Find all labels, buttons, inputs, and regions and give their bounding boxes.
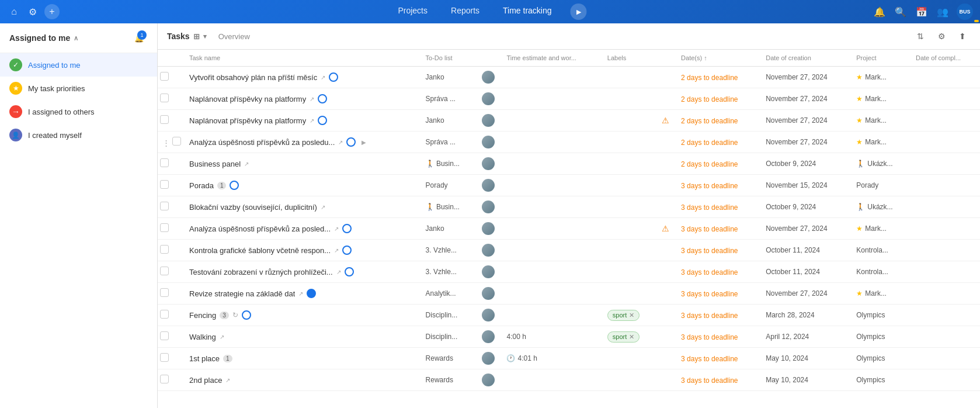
label-remove-icon[interactable]: ✕	[629, 312, 634, 319]
play-task-icon[interactable]: ▶	[359, 137, 369, 147]
table-body: Vytvořit obsahový plán na příští měsíc↗ …	[158, 67, 980, 391]
status-circle[interactable]	[345, 267, 354, 276]
external-link-icon[interactable]: ↗	[244, 161, 249, 167]
external-link-icon[interactable]: ↗	[225, 377, 230, 383]
external-link-icon[interactable]: ↗	[310, 96, 314, 102]
col-project[interactable]: Project	[850, 50, 910, 67]
status-circle[interactable]	[342, 246, 352, 255]
task-checkbox[interactable]	[160, 375, 169, 383]
time-estimate-cell: 4:00 h	[501, 326, 601, 348]
project-cell: ★Mark...	[850, 67, 910, 88]
status-circle[interactable]	[318, 94, 327, 103]
external-link-icon[interactable]: ↗	[298, 291, 303, 297]
task-checkbox[interactable]	[160, 72, 169, 81]
nav-projects[interactable]: Projects	[393, 4, 432, 20]
task-name-cell: Porada1	[189, 181, 376, 190]
add-icon[interactable]: +	[44, 4, 60, 19]
overview-tab[interactable]: Overview	[214, 30, 255, 43]
table-row: ⋮ Analýza úspěšnosti příspěvků za posled…	[158, 132, 980, 153]
table-row: Vytvořit obsahový plán na příští měsíc↗ …	[158, 67, 980, 88]
task-checkbox[interactable]	[160, 331, 169, 340]
task-checkbox[interactable]	[160, 245, 169, 254]
deadline-cell: 3 days to deadline	[675, 283, 760, 305]
col-todo[interactable]: To-Do list	[420, 50, 477, 67]
status-circle[interactable]	[342, 224, 352, 233]
task-checkbox[interactable]	[160, 115, 169, 124]
external-link-icon[interactable]: ↗	[321, 204, 325, 210]
sidebar-item-label: Assigned to me	[28, 61, 81, 70]
more-options-icon[interactable]: ⋮	[160, 139, 172, 147]
label-remove-icon[interactable]: ✕	[629, 333, 634, 341]
todo-cell: 🚶 Busin...	[420, 153, 477, 175]
external-link-icon[interactable]: ↗	[336, 269, 341, 275]
task-checkbox[interactable]	[160, 158, 169, 167]
sidebar-bell-wrap[interactable]: 🔔 1	[130, 29, 148, 47]
col-time-estimate[interactable]: Time estimate and wor...	[501, 50, 601, 67]
external-link-icon[interactable]: ↗	[321, 74, 325, 81]
notification-bell-icon[interactable]: 🔔	[873, 5, 887, 19]
status-circle[interactable]	[346, 137, 356, 147]
refresh-icon[interactable]: ↻	[232, 311, 238, 319]
task-checkbox[interactable]	[160, 310, 169, 319]
todo-cell: Analytik...	[420, 283, 477, 305]
task-checkbox[interactable]	[172, 137, 181, 146]
task-checkbox[interactable]	[160, 94, 169, 102]
users-icon[interactable]: 👥	[936, 5, 950, 19]
col-labels[interactable]: Labels	[602, 50, 656, 67]
sidebar-chevron-icon[interactable]: ∧	[74, 34, 78, 42]
play-button[interactable]: ▶	[571, 4, 587, 20]
col-date-creation[interactable]: Date of creation	[760, 50, 850, 67]
deadline-cell: 3 days to deadline	[675, 326, 760, 348]
checkbox-td	[158, 369, 183, 391]
checkbox-td	[158, 153, 183, 175]
sort-icon[interactable]: ⇅	[912, 28, 929, 44]
external-link-icon[interactable]: ↗	[220, 334, 224, 340]
external-link-icon[interactable]: ↗	[338, 139, 343, 146]
task-checkbox[interactable]	[160, 180, 169, 189]
grid-view-icon[interactable]: ⊞	[193, 32, 200, 41]
task-checkbox[interactable]	[160, 267, 169, 275]
sidebar-item-my-task-priorities[interactable]: ★ My task priorities	[0, 77, 157, 100]
task-checkbox[interactable]	[160, 202, 169, 210]
sidebar-item-i-created-myself[interactable]: 👤 I created myself	[0, 123, 157, 147]
search-icon[interactable]: 🔍	[894, 5, 908, 19]
sidebar-item-assigned-to-me[interactable]: ✓ Assigned to me	[0, 53, 157, 77]
settings-icon[interactable]: ⚙	[26, 5, 40, 19]
checkbox-td	[158, 67, 183, 88]
status-circle[interactable]	[307, 289, 316, 298]
status-circle[interactable]	[230, 181, 239, 190]
status-circle[interactable]	[329, 72, 338, 82]
user-avatar[interactable]: BUS	[957, 4, 973, 20]
todo-cell: Disciplin...	[420, 305, 477, 326]
assignee-cell	[476, 305, 501, 326]
notification-bell-wrap: 🔔	[873, 5, 887, 19]
checkbox-td	[158, 348, 183, 369]
col-task-name[interactable]: Task name	[183, 50, 420, 67]
sidebar-item-i-assigned-to-others[interactable]: → I assigned to others	[0, 100, 157, 123]
task-checkbox[interactable]	[160, 353, 169, 362]
nav-reports[interactable]: Reports	[446, 4, 484, 20]
export-icon[interactable]: ⬆	[954, 28, 971, 44]
external-link-icon[interactable]: ↗	[310, 117, 314, 124]
external-link-icon[interactable]: ↗	[334, 226, 339, 232]
task-name-cell: Revize strategie na základě dat↗	[189, 289, 376, 298]
task-checkbox[interactable]	[160, 288, 169, 297]
calendar-icon[interactable]: 📅	[915, 5, 929, 19]
home-icon[interactable]: ⌂	[7, 5, 21, 19]
nav-time-tracking[interactable]: Time tracking	[498, 4, 557, 20]
warning-cell	[656, 283, 675, 305]
task-name-text: Walking	[189, 333, 216, 341]
task-checkbox[interactable]	[160, 223, 169, 232]
status-circle[interactable]	[242, 310, 251, 320]
nav-center: Projects Reports Time tracking ▶	[393, 4, 586, 20]
task-badge: 1	[217, 182, 227, 189]
col-date-completion[interactable]: Date of compl...	[910, 50, 980, 67]
assignee-avatar	[482, 200, 495, 213]
external-link-icon[interactable]: ↗	[334, 247, 339, 254]
settings-view-icon[interactable]: ⚙	[933, 28, 950, 44]
status-circle[interactable]	[318, 116, 327, 125]
date-creation-cell: October 9, 2024	[760, 196, 850, 218]
date-completion-cell	[910, 153, 980, 175]
col-dates[interactable]: Date(s) ↑	[675, 50, 760, 67]
tasks-chevron-icon[interactable]: ▾	[203, 33, 207, 40]
